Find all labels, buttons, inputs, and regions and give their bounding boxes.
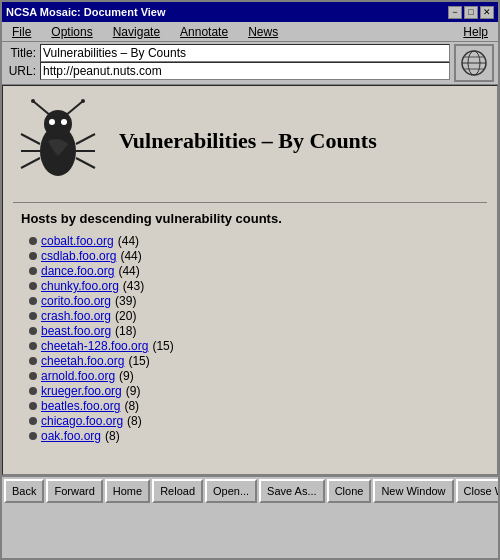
host-link[interactable]: cheetah-128.foo.org [41, 339, 148, 353]
title-bar: NCSA Mosaic: Document View − □ ✕ [2, 2, 498, 22]
window-controls: − □ ✕ [448, 6, 494, 19]
menu-help[interactable]: Help [457, 23, 494, 41]
host-link[interactable]: krueger.foo.org [41, 384, 122, 398]
bullet-icon [29, 372, 37, 380]
list-item: corito.foo.org (39) [29, 294, 487, 308]
svg-line-11 [21, 134, 40, 144]
page-title: Vulnerabilities – By Counts [119, 128, 377, 154]
list-item: krueger.foo.org (9) [29, 384, 487, 398]
divider [13, 202, 487, 203]
svg-line-13 [21, 158, 40, 168]
list-item: beatles.foo.org (8) [29, 399, 487, 413]
url-row: URL: [6, 62, 450, 80]
list-item: cheetah.foo.org (15) [29, 354, 487, 368]
host-link[interactable]: chunky.foo.org [41, 279, 119, 293]
close-window-button[interactable]: Close Window [456, 479, 500, 503]
menu-annotate[interactable]: Annotate [174, 23, 234, 41]
title-label: Title: [6, 46, 36, 60]
forward-button[interactable]: Forward [46, 479, 102, 503]
host-link[interactable]: beatles.foo.org [41, 399, 120, 413]
host-link[interactable]: crash.foo.org [41, 309, 111, 323]
page-header: Vulnerabilities – By Counts [13, 96, 487, 186]
host-count: (43) [123, 279, 144, 293]
list-item: chicago.foo.org (8) [29, 414, 487, 428]
bullet-icon [29, 357, 37, 365]
content-area[interactable]: Vulnerabilities – By Counts Hosts by des… [2, 85, 498, 475]
menu-options[interactable]: Options [45, 23, 98, 41]
back-button[interactable]: Back [4, 479, 44, 503]
menu-navigate[interactable]: Navigate [107, 23, 166, 41]
open----button[interactable]: Open... [205, 479, 257, 503]
reload-button[interactable]: Reload [152, 479, 203, 503]
host-count: (20) [115, 309, 136, 323]
bullet-icon [29, 387, 37, 395]
svg-line-7 [33, 101, 51, 116]
host-count: (8) [127, 414, 142, 428]
host-count: (15) [128, 354, 149, 368]
menu-file[interactable]: File [6, 23, 37, 41]
menu-bar: File Options Navigate Annotate News Help [2, 22, 498, 42]
list-item: crash.foo.org (20) [29, 309, 487, 323]
svg-line-8 [65, 101, 83, 116]
host-link[interactable]: cobalt.foo.org [41, 234, 114, 248]
window-title: NCSA Mosaic: Document View [6, 6, 166, 18]
globe-button[interactable] [454, 44, 494, 82]
save-as----button[interactable]: Save As... [259, 479, 325, 503]
host-count: (44) [120, 249, 141, 263]
bug-image [13, 96, 103, 186]
bullet-icon [29, 417, 37, 425]
list-item: cobalt.foo.org (44) [29, 234, 487, 248]
home-button[interactable]: Home [105, 479, 150, 503]
svg-point-18 [61, 119, 67, 125]
svg-point-9 [31, 99, 35, 103]
bullet-icon [29, 252, 37, 260]
url-bar-area: Title: URL: [2, 42, 498, 85]
close-button[interactable]: ✕ [480, 6, 494, 19]
list-item: csdlab.foo.org (44) [29, 249, 487, 263]
list-item: beast.foo.org (18) [29, 324, 487, 338]
host-list: cobalt.foo.org (44) csdlab.foo.org (44) … [29, 234, 487, 443]
bullet-icon [29, 297, 37, 305]
maximize-button[interactable]: □ [464, 6, 478, 19]
host-link[interactable]: corito.foo.org [41, 294, 111, 308]
host-count: (9) [119, 369, 134, 383]
list-item: arnold.foo.org (9) [29, 369, 487, 383]
list-item: dance.foo.org (44) [29, 264, 487, 278]
host-count: (15) [152, 339, 173, 353]
host-count: (8) [124, 399, 139, 413]
svg-line-16 [76, 158, 95, 168]
menu-news[interactable]: News [242, 23, 284, 41]
url-input[interactable] [40, 62, 450, 80]
bullet-icon [29, 342, 37, 350]
list-item: chunky.foo.org (43) [29, 279, 487, 293]
host-count: (44) [118, 264, 139, 278]
host-count: (44) [118, 234, 139, 248]
bullet-icon [29, 267, 37, 275]
host-link[interactable]: beast.foo.org [41, 324, 111, 338]
host-count: (18) [115, 324, 136, 338]
bullet-icon [29, 432, 37, 440]
title-input[interactable] [40, 44, 450, 62]
bottom-toolbar: BackForwardHomeReloadOpen...Save As...Cl… [2, 475, 498, 505]
bullet-icon [29, 312, 37, 320]
new-window-button[interactable]: New Window [373, 479, 453, 503]
svg-line-14 [76, 134, 95, 144]
svg-point-17 [49, 119, 55, 125]
bullet-icon [29, 327, 37, 335]
host-link[interactable]: oak.foo.org [41, 429, 101, 443]
host-count: (8) [105, 429, 120, 443]
minimize-button[interactable]: − [448, 6, 462, 19]
host-link[interactable]: csdlab.foo.org [41, 249, 116, 263]
list-item: cheetah-128.foo.org (15) [29, 339, 487, 353]
bullet-icon [29, 282, 37, 290]
host-count: (39) [115, 294, 136, 308]
host-link[interactable]: cheetah.foo.org [41, 354, 124, 368]
host-link[interactable]: dance.foo.org [41, 264, 114, 278]
bullet-icon [29, 402, 37, 410]
host-count: (9) [126, 384, 141, 398]
page-subtitle: Hosts by descending vulnerability counts… [21, 211, 487, 226]
svg-point-10 [81, 99, 85, 103]
host-link[interactable]: chicago.foo.org [41, 414, 123, 428]
host-link[interactable]: arnold.foo.org [41, 369, 115, 383]
clone-button[interactable]: Clone [327, 479, 372, 503]
